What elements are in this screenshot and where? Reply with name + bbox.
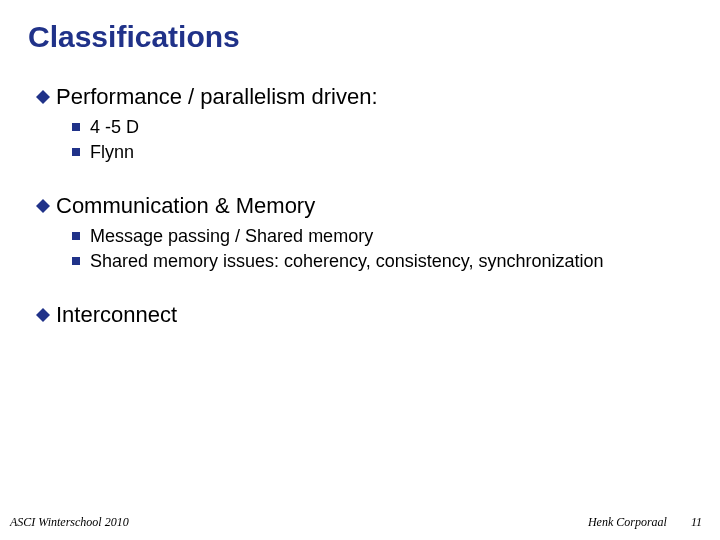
slide-title: Classifications xyxy=(28,20,692,54)
footer-right: Henk Corporaal 11 xyxy=(588,515,702,530)
level2-text: Message passing / Shared memory xyxy=(90,225,373,248)
bullet-level2: 4 -5 D xyxy=(72,116,692,139)
level2-text: 4 -5 D xyxy=(90,116,139,139)
svg-marker-0 xyxy=(36,90,50,104)
level1-text: Performance / parallelism driven: xyxy=(56,84,378,110)
square-icon xyxy=(72,148,80,156)
square-icon xyxy=(72,123,80,131)
square-icon xyxy=(72,257,80,265)
diamond-icon xyxy=(36,90,50,104)
slide-footer: ASCI Winterschool 2010 Henk Corporaal 11 xyxy=(0,515,720,530)
level2-group: Message passing / Shared memory Shared m… xyxy=(36,225,692,272)
slide: Classifications Performance / parallelis… xyxy=(0,0,720,540)
level1-text: Interconnect xyxy=(56,302,177,328)
bullet-level2: Message passing / Shared memory xyxy=(72,225,692,248)
level2-text: Flynn xyxy=(90,141,134,164)
bullet-level2: Shared memory issues: coherency, consist… xyxy=(72,250,692,273)
footer-left: ASCI Winterschool 2010 xyxy=(10,515,129,530)
bullet-level2: Flynn xyxy=(72,141,692,164)
bullet-level1: Interconnect xyxy=(36,302,692,328)
page-number: 11 xyxy=(691,515,702,530)
svg-marker-1 xyxy=(36,199,50,213)
diamond-icon xyxy=(36,199,50,213)
bullet-level1: Performance / parallelism driven: xyxy=(36,84,692,110)
footer-author: Henk Corporaal xyxy=(588,515,667,530)
level2-text: Shared memory issues: coherency, consist… xyxy=(90,250,604,273)
svg-marker-2 xyxy=(36,308,50,322)
diamond-icon xyxy=(36,308,50,322)
bullet-level1: Communication & Memory xyxy=(36,193,692,219)
slide-content: Performance / parallelism driven: 4 -5 D… xyxy=(28,84,692,328)
level2-group: 4 -5 D Flynn xyxy=(36,116,692,163)
level1-text: Communication & Memory xyxy=(56,193,315,219)
square-icon xyxy=(72,232,80,240)
